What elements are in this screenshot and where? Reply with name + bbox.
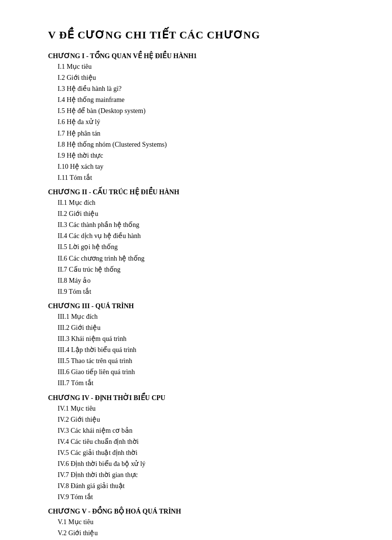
section-item: I.5 Hệ để bàn (Desktop system) <box>58 105 354 116</box>
section-item: III.4 Lập thời biểu quá trình <box>58 344 354 355</box>
section-item: III.5 Thao tác trên quá trình <box>58 355 354 366</box>
section-item: IV.4 Các tiêu chuẩn định thời <box>58 436 354 447</box>
section-item: I.1 Mục tiêu <box>58 61 354 72</box>
section-item: IV.8 Đánh giá giải thuật <box>58 480 354 491</box>
section-item: IV.3 Các khái niệm cơ bản <box>58 425 354 436</box>
section-item: II.7 Cấu trúc hệ thống <box>58 264 354 275</box>
section-item: IV.6 Định thời biểu đa bộ xử lý <box>58 458 354 469</box>
section-item: II.6 Các chương trình hệ thống <box>58 253 354 264</box>
section-item: II.3 Các thành phần hệ thống <box>58 219 354 230</box>
section-item: III.2 Giới thiệu <box>58 322 354 333</box>
section-item: II.2 Giới thiệu <box>58 208 354 219</box>
section-item: IV.9 Tóm tắt <box>58 491 354 502</box>
chapters-container: CHƯƠNG I - TỔNG QUAN VỀ HỆ ĐIỀU HÀNH1I.1… <box>48 52 354 540</box>
chapter-2: CHƯƠNG II - CẤU TRÚC HỆ ĐIỀU HÀNHII.1 Mụ… <box>48 188 354 297</box>
chapter-title-1: CHƯƠNG I - TỔNG QUAN VỀ HỆ ĐIỀU HÀNH1 <box>48 52 354 60</box>
main-title: V ĐỀ CƯƠNG CHI TIẾT CÁC CHƯƠNG <box>48 29 354 41</box>
section-item: III.7 Tóm tắt <box>58 377 354 389</box>
section-item: II.4 Các dịch vụ hệ điều hành <box>58 230 354 241</box>
section-item: I.9 Hệ thời thực <box>58 150 354 161</box>
section-item: V.1 Mục tiêu <box>58 516 354 527</box>
section-item: III.3 Khái niệm quá trình <box>58 333 354 344</box>
section-item: II.1 Mục đích <box>58 197 354 208</box>
chapter-4: CHƯƠNG IV - ĐỊNH THỜI BIỂU CPUIV.1 Mục t… <box>48 394 354 503</box>
section-item: V.2 Giới thiệu <box>58 527 354 539</box>
chapter-title-2: CHƯƠNG II - CẤU TRÚC HỆ ĐIỀU HÀNH <box>48 188 354 196</box>
chapter-title-4: CHƯƠNG IV - ĐỊNH THỜI BIỂU CPU <box>48 394 354 402</box>
section-item: IV.5 Các giải thuật định thời <box>58 447 354 458</box>
section-item: I.3 Hệ điều hành là gì? <box>58 83 354 94</box>
section-item: I.10 Hệ xách tay <box>58 161 354 172</box>
section-item: II.9 Tóm tắt <box>58 286 354 297</box>
section-item: II.8 Máy ảo <box>58 275 354 286</box>
section-item: I.2 Giới thiệu <box>58 72 354 83</box>
section-item: I.7 Hệ phân tán <box>58 128 354 139</box>
section-item: II.5 Lời gọi hệ thống <box>58 241 354 252</box>
section-item: III.6 Giao tiếp liên quá trình <box>58 366 354 377</box>
section-item: IV.1 Mục tiêu <box>58 403 354 414</box>
section-item: III.1 Mục đích <box>58 311 354 322</box>
chapter-1: CHƯƠNG I - TỔNG QUAN VỀ HỆ ĐIỀU HÀNH1I.1… <box>48 52 354 183</box>
section-item: I.4 Hệ thống mainframe <box>58 94 354 105</box>
chapter-title-5: CHƯƠNG V - ĐỒNG BỘ HOÁ QUÁ TRÌNH <box>48 507 354 515</box>
chapter-5: CHƯƠNG V - ĐỒNG BỘ HOÁ QUÁ TRÌNHV.1 Mục … <box>48 507 354 540</box>
section-item: IV.2 Giới thiệu <box>58 414 354 425</box>
section-item: I.11 Tóm tắt <box>58 172 354 183</box>
chapter-3: CHƯƠNG III - QUÁ TRÌNHIII.1 Mục đíchIII.… <box>48 302 354 389</box>
chapter-title-3: CHƯƠNG III - QUÁ TRÌNH <box>48 302 354 310</box>
section-item: I.8 Hệ thống nhóm (Clustered Systems) <box>58 139 354 150</box>
section-item: IV.7 Định thời thời gian thực <box>58 469 354 480</box>
section-item: I.6 Hệ đa xử lý <box>58 116 354 127</box>
